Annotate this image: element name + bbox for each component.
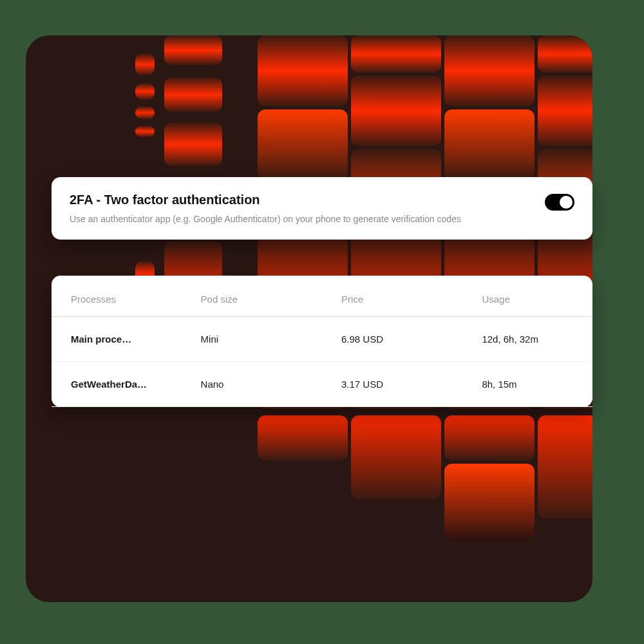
col-price: Price [322, 282, 462, 317]
processes-table: Processes Pod size Price Usage Main proc… [52, 282, 592, 407]
toggle-knob [560, 196, 573, 209]
cell-pod-size: Nano [182, 362, 322, 407]
cell-price: 3.17 USD [322, 362, 462, 407]
processes-table-card: Processes Pod size Price Usage Main proc… [52, 276, 592, 407]
col-processes: Processes [52, 282, 182, 317]
cell-process: Main proce… [52, 317, 182, 362]
two-factor-toggle[interactable] [545, 194, 574, 211]
col-usage: Usage [462, 282, 592, 317]
two-factor-title: 2FA - Two factor authentication [70, 193, 519, 207]
cell-pod-size: Mini [182, 317, 322, 362]
cell-price: 6.98 USD [322, 317, 462, 362]
cell-process: GetWeatherDa… [52, 362, 182, 407]
table-row[interactable]: Main proce… Mini 6.98 USD 12d, 6h, 32m [52, 317, 592, 362]
table-row[interactable]: GetWeatherDa… Nano 3.17 USD 8h, 15m [52, 362, 592, 407]
two-factor-description: Use an authenticator app (e.g. Google Au… [70, 213, 519, 225]
cell-usage: 12d, 6h, 32m [462, 317, 592, 362]
cell-usage: 8h, 15m [462, 362, 592, 407]
col-pod-size: Pod size [182, 282, 322, 317]
two-factor-auth-card: 2FA - Two factor authentication Use an a… [52, 177, 592, 240]
table-header-row: Processes Pod size Price Usage [52, 282, 592, 317]
